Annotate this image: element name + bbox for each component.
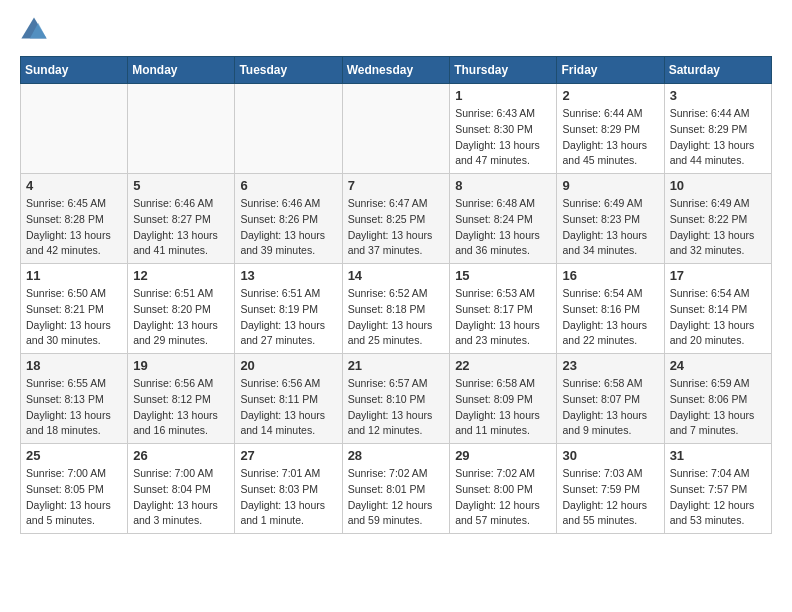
- logo-icon: [20, 16, 48, 44]
- day-info: Sunrise: 6:47 AMSunset: 8:25 PMDaylight:…: [348, 196, 445, 259]
- calendar-cell: 24Sunrise: 6:59 AMSunset: 8:06 PMDayligh…: [664, 354, 771, 444]
- header-sunday: Sunday: [21, 57, 128, 84]
- calendar-week-4: 18Sunrise: 6:55 AMSunset: 8:13 PMDayligh…: [21, 354, 772, 444]
- day-info: Sunrise: 6:52 AMSunset: 8:18 PMDaylight:…: [348, 286, 445, 349]
- day-number: 12: [133, 268, 229, 283]
- day-info: Sunrise: 7:01 AMSunset: 8:03 PMDaylight:…: [240, 466, 336, 529]
- day-info: Sunrise: 6:54 AMSunset: 8:16 PMDaylight:…: [562, 286, 658, 349]
- calendar-cell: 3Sunrise: 6:44 AMSunset: 8:29 PMDaylight…: [664, 84, 771, 174]
- day-number: 9: [562, 178, 658, 193]
- day-number: 22: [455, 358, 551, 373]
- day-number: 10: [670, 178, 766, 193]
- day-number: 25: [26, 448, 122, 463]
- day-number: 6: [240, 178, 336, 193]
- calendar-header-row: SundayMondayTuesdayWednesdayThursdayFrid…: [21, 57, 772, 84]
- day-number: 8: [455, 178, 551, 193]
- calendar-cell: 1Sunrise: 6:43 AMSunset: 8:30 PMDaylight…: [450, 84, 557, 174]
- calendar-cell: 16Sunrise: 6:54 AMSunset: 8:16 PMDayligh…: [557, 264, 664, 354]
- day-number: 31: [670, 448, 766, 463]
- calendar-cell: 17Sunrise: 6:54 AMSunset: 8:14 PMDayligh…: [664, 264, 771, 354]
- day-info: Sunrise: 6:49 AMSunset: 8:23 PMDaylight:…: [562, 196, 658, 259]
- day-number: 14: [348, 268, 445, 283]
- calendar-cell: 2Sunrise: 6:44 AMSunset: 8:29 PMDaylight…: [557, 84, 664, 174]
- day-info: Sunrise: 6:43 AMSunset: 8:30 PMDaylight:…: [455, 106, 551, 169]
- calendar-cell: 31Sunrise: 7:04 AMSunset: 7:57 PMDayligh…: [664, 444, 771, 534]
- day-info: Sunrise: 6:58 AMSunset: 8:09 PMDaylight:…: [455, 376, 551, 439]
- day-number: 15: [455, 268, 551, 283]
- day-info: Sunrise: 6:54 AMSunset: 8:14 PMDaylight:…: [670, 286, 766, 349]
- calendar-cell: 30Sunrise: 7:03 AMSunset: 7:59 PMDayligh…: [557, 444, 664, 534]
- day-number: 29: [455, 448, 551, 463]
- calendar-cell: 8Sunrise: 6:48 AMSunset: 8:24 PMDaylight…: [450, 174, 557, 264]
- day-info: Sunrise: 6:48 AMSunset: 8:24 PMDaylight:…: [455, 196, 551, 259]
- day-info: Sunrise: 7:00 AMSunset: 8:04 PMDaylight:…: [133, 466, 229, 529]
- day-info: Sunrise: 6:58 AMSunset: 8:07 PMDaylight:…: [562, 376, 658, 439]
- day-info: Sunrise: 6:59 AMSunset: 8:06 PMDaylight:…: [670, 376, 766, 439]
- header-monday: Monday: [128, 57, 235, 84]
- day-info: Sunrise: 6:55 AMSunset: 8:13 PMDaylight:…: [26, 376, 122, 439]
- header-wednesday: Wednesday: [342, 57, 450, 84]
- calendar-cell: 9Sunrise: 6:49 AMSunset: 8:23 PMDaylight…: [557, 174, 664, 264]
- calendar-cell: 22Sunrise: 6:58 AMSunset: 8:09 PMDayligh…: [450, 354, 557, 444]
- calendar-cell: [21, 84, 128, 174]
- calendar-cell: 27Sunrise: 7:01 AMSunset: 8:03 PMDayligh…: [235, 444, 342, 534]
- day-info: Sunrise: 6:51 AMSunset: 8:20 PMDaylight:…: [133, 286, 229, 349]
- day-info: Sunrise: 7:00 AMSunset: 8:05 PMDaylight:…: [26, 466, 122, 529]
- header-saturday: Saturday: [664, 57, 771, 84]
- day-number: 27: [240, 448, 336, 463]
- day-info: Sunrise: 6:50 AMSunset: 8:21 PMDaylight:…: [26, 286, 122, 349]
- day-info: Sunrise: 6:46 AMSunset: 8:27 PMDaylight:…: [133, 196, 229, 259]
- day-number: 21: [348, 358, 445, 373]
- day-number: 18: [26, 358, 122, 373]
- day-number: 16: [562, 268, 658, 283]
- calendar-cell: 5Sunrise: 6:46 AMSunset: 8:27 PMDaylight…: [128, 174, 235, 264]
- day-number: 3: [670, 88, 766, 103]
- calendar-table: SundayMondayTuesdayWednesdayThursdayFrid…: [20, 56, 772, 534]
- calendar-cell: [342, 84, 450, 174]
- calendar-cell: 13Sunrise: 6:51 AMSunset: 8:19 PMDayligh…: [235, 264, 342, 354]
- day-info: Sunrise: 6:46 AMSunset: 8:26 PMDaylight:…: [240, 196, 336, 259]
- day-number: 28: [348, 448, 445, 463]
- calendar-week-1: 1Sunrise: 6:43 AMSunset: 8:30 PMDaylight…: [21, 84, 772, 174]
- calendar-cell: 12Sunrise: 6:51 AMSunset: 8:20 PMDayligh…: [128, 264, 235, 354]
- header-tuesday: Tuesday: [235, 57, 342, 84]
- day-number: 5: [133, 178, 229, 193]
- day-info: Sunrise: 6:44 AMSunset: 8:29 PMDaylight:…: [562, 106, 658, 169]
- calendar-cell: [128, 84, 235, 174]
- calendar-cell: 10Sunrise: 6:49 AMSunset: 8:22 PMDayligh…: [664, 174, 771, 264]
- day-number: 17: [670, 268, 766, 283]
- calendar-cell: 20Sunrise: 6:56 AMSunset: 8:11 PMDayligh…: [235, 354, 342, 444]
- calendar-cell: 14Sunrise: 6:52 AMSunset: 8:18 PMDayligh…: [342, 264, 450, 354]
- day-info: Sunrise: 6:53 AMSunset: 8:17 PMDaylight:…: [455, 286, 551, 349]
- day-number: 11: [26, 268, 122, 283]
- day-number: 24: [670, 358, 766, 373]
- calendar-cell: [235, 84, 342, 174]
- calendar-week-5: 25Sunrise: 7:00 AMSunset: 8:05 PMDayligh…: [21, 444, 772, 534]
- day-info: Sunrise: 6:51 AMSunset: 8:19 PMDaylight:…: [240, 286, 336, 349]
- day-info: Sunrise: 7:03 AMSunset: 7:59 PMDaylight:…: [562, 466, 658, 529]
- calendar-cell: 11Sunrise: 6:50 AMSunset: 8:21 PMDayligh…: [21, 264, 128, 354]
- calendar-cell: 7Sunrise: 6:47 AMSunset: 8:25 PMDaylight…: [342, 174, 450, 264]
- day-number: 13: [240, 268, 336, 283]
- day-info: Sunrise: 7:02 AMSunset: 8:01 PMDaylight:…: [348, 466, 445, 529]
- header-thursday: Thursday: [450, 57, 557, 84]
- day-info: Sunrise: 6:56 AMSunset: 8:11 PMDaylight:…: [240, 376, 336, 439]
- day-number: 7: [348, 178, 445, 193]
- calendar-week-3: 11Sunrise: 6:50 AMSunset: 8:21 PMDayligh…: [21, 264, 772, 354]
- logo: [20, 16, 52, 44]
- header-friday: Friday: [557, 57, 664, 84]
- day-info: Sunrise: 6:49 AMSunset: 8:22 PMDaylight:…: [670, 196, 766, 259]
- day-info: Sunrise: 6:56 AMSunset: 8:12 PMDaylight:…: [133, 376, 229, 439]
- day-info: Sunrise: 6:45 AMSunset: 8:28 PMDaylight:…: [26, 196, 122, 259]
- calendar-cell: 23Sunrise: 6:58 AMSunset: 8:07 PMDayligh…: [557, 354, 664, 444]
- day-number: 20: [240, 358, 336, 373]
- calendar-cell: 21Sunrise: 6:57 AMSunset: 8:10 PMDayligh…: [342, 354, 450, 444]
- calendar-cell: 15Sunrise: 6:53 AMSunset: 8:17 PMDayligh…: [450, 264, 557, 354]
- header: [20, 16, 772, 44]
- day-number: 4: [26, 178, 122, 193]
- day-number: 1: [455, 88, 551, 103]
- day-info: Sunrise: 6:57 AMSunset: 8:10 PMDaylight:…: [348, 376, 445, 439]
- calendar-cell: 25Sunrise: 7:00 AMSunset: 8:05 PMDayligh…: [21, 444, 128, 534]
- day-info: Sunrise: 7:02 AMSunset: 8:00 PMDaylight:…: [455, 466, 551, 529]
- day-number: 26: [133, 448, 229, 463]
